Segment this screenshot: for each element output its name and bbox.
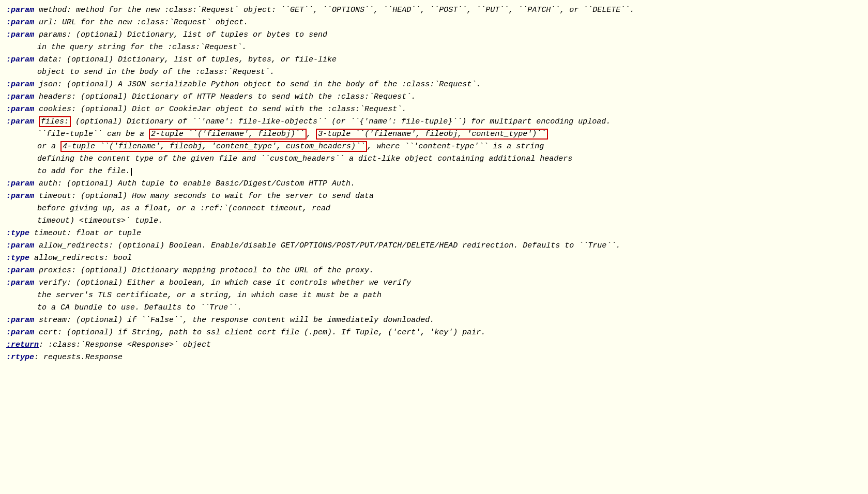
line-param-verify-cont2: to a CA bundle to use. Defaults to ``Tru… [37,302,862,314]
line-filetuple: ``file-tuple`` can be a 2-tuple ``('file… [37,128,862,141]
param-files-text: (optional) Dictionary of ``'name': file-… [71,117,611,126]
param-timeout-cont1-text: before giving up, as a float, or a :ref:… [37,204,330,213]
line-param-params-cont: in the query string for the :class:`Requ… [37,41,862,54]
return-tag: :return [6,341,39,349]
filetuple-prefix: ``file-tuple`` can be a [37,130,149,138]
line-param-cert: :param cert: (optional) if String, path … [6,327,862,339]
return-text: : :class:`Response <Response>` object [39,341,211,349]
param-cookies-text: cookies: (optional) Dict or CookieJar ob… [34,105,406,114]
type-tag-allow-redirects: :type [6,254,29,263]
param-tag-auth: :param [6,179,34,188]
param-data-text: data: (optional) Dictionary, list of tup… [34,55,337,64]
param-tag-files: :param [6,117,34,126]
line-param-params: :param params: (optional) Dictionary, li… [6,29,862,41]
line-param-url: :param url: URL for the new :class:`Requ… [6,17,862,29]
param-tag-verify: :param [6,279,34,287]
param-tag-url: :param [6,18,34,27]
line-param-stream: :param stream: (optional) if ``False``, … [6,314,862,327]
param-url-text: url: URL for the new :class:`Request` ob… [34,18,248,27]
line-param-headers: :param headers: (optional) Dictionary of… [6,91,862,103]
line-param-files: :param files: (optional) Dictionary of `… [6,116,862,128]
line-param-cookies: :param cookies: (optional) Dict or Cooki… [6,103,862,116]
line-param-timeout: :param timeout: (optional) How many seco… [6,190,862,203]
line-rtype: :rtype: requests.Response [6,351,862,364]
fourtuple-suffix: , where ``'content-type'`` is a string [367,142,544,151]
param-tag-timeout: :param [6,192,34,200]
text-cursor [131,168,132,176]
line-param-verify-cont1: the server's TLS certificate, or a strin… [37,289,862,302]
documentation-content: :param method: method for the new :class… [6,4,862,364]
param-tag-allow-redirects: :param [6,241,34,250]
line-fourtuple: or a 4-tuple ``('filename', fileobj, 'co… [37,141,862,153]
param-verify-text: verify: (optional) Either a boolean, in … [34,279,411,287]
param-params-text: params: (optional) Dictionary, list of t… [34,30,327,39]
line-param-method: :param method: method for the new :class… [6,4,862,17]
param-tag-data: :param [6,55,34,64]
param-tag-params: :param [6,30,34,39]
line-param-data: :param data: (optional) Dictionary, list… [6,54,862,66]
line-add-file: to add for the file. [37,165,862,178]
line-content-type-desc: defining the content type of the given f… [37,153,862,165]
line-return: :return: :class:`Response <Response>` ob… [6,339,862,351]
param-auth-text: auth: (optional) Auth tuple to enable Ba… [34,179,355,188]
param-json-text: json: (optional) A JSON serializable Pyt… [34,80,481,89]
twotuple-highlight: 2-tuple ``('filename', fileobj)`` [149,129,307,140]
line-param-timeout-cont2: timeout) <timeouts>` tuple. [37,215,862,227]
fourtuple-prefix: or a [37,142,60,151]
param-tag-stream: :param [6,316,34,325]
param-timeout-cont2-text: timeout) <timeouts>` tuple. [37,217,163,225]
line-param-verify: :param verify: (optional) Either a boole… [6,277,862,289]
param-tag: :param [6,6,34,14]
param-allow-redirects-text: allow_redirects: (optional) Boolean. Ena… [34,241,620,250]
param-method-text: method: method for the new :class:`Reque… [34,6,634,14]
param-stream-text: stream: (optional) if ``False``, the res… [34,316,434,325]
line-param-data-cont: object to send in the body of the :class… [37,66,862,79]
add-file-text: to add for the file. [37,167,130,176]
param-data-cont-text: object to send in the body of the :class… [37,68,275,76]
line-type-allow-redirects: :type allow_redirects: bool [6,252,862,265]
param-headers-text: headers: (optional) Dictionary of HTTP H… [34,92,416,101]
line-param-json: :param json: (optional) A JSON serializa… [6,79,862,91]
param-verify-cont2-text: to a CA bundle to use. Defaults to ``Tru… [37,303,242,312]
line-param-auth: :param auth: (optional) Auth tuple to en… [6,178,862,190]
line-param-proxies: :param proxies: (optional) Dictionary ma… [6,265,862,277]
param-params-cont-text: in the query string for the :class:`Requ… [37,43,247,52]
param-cert-text: cert: (optional) if String, path to ssl … [34,328,485,337]
param-tag-json: :param [6,80,34,89]
threetuple-highlight: 3-tuple ``('filename', fileobj, 'content… [316,129,548,140]
type-timeout-text: timeout: float or tuple [29,229,141,238]
param-tag-cert: :param [6,328,34,337]
param-tag-proxies: :param [6,266,34,275]
type-allow-redirects-text: allow_redirects: bool [29,254,132,263]
param-files-highlight: files: [39,116,71,127]
param-proxies-text: proxies: (optional) Dictionary mapping p… [34,266,374,275]
line-type-timeout: :type timeout: float or tuple [6,227,862,240]
param-verify-cont1-text: the server's TLS certificate, or a strin… [37,291,382,300]
line-param-allow-redirects: :param allow_redirects: (optional) Boole… [6,240,862,252]
param-timeout-text: timeout: (optional) How many seconds to … [34,192,374,200]
fourtuple-highlight: 4-tuple ``('filename', fileobj, 'content… [60,141,367,152]
filetuple-comma: , [307,130,316,138]
line-param-timeout-cont1: before giving up, as a float, or a :ref:… [37,203,862,215]
param-files-space [34,117,39,126]
rtype-tag: :rtype [6,353,34,362]
param-tag-cookies: :param [6,105,34,114]
content-type-desc-text: defining the content type of the given f… [37,155,572,163]
param-tag-headers: :param [6,92,34,101]
rtype-text: : requests.Response [34,353,123,362]
type-tag-timeout: :type [6,229,29,238]
